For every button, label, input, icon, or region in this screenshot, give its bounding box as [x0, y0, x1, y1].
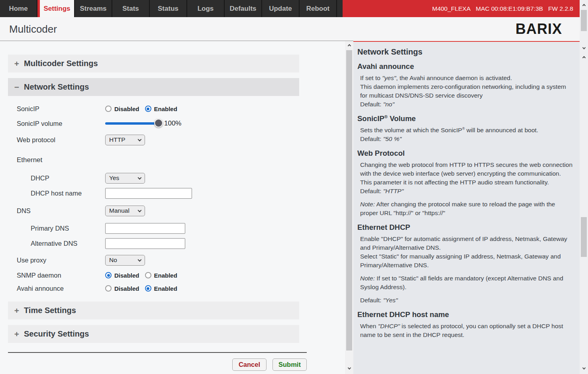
web-protocol-value: HTTP	[109, 136, 125, 143]
help-section-heading: Web Protocol	[357, 149, 573, 158]
primary-dns-label: Primary DNS	[31, 225, 105, 232]
sonicip-enabled-label: Enabled	[154, 106, 177, 112]
sonicip-disabled-radio[interactable]	[105, 106, 112, 112]
tab-stats[interactable]: Stats	[112, 0, 150, 17]
tab-status[interactable]: Status	[150, 0, 187, 17]
section-multicoder-settings[interactable]: + Multicoder Settings	[8, 55, 299, 72]
device-mac: MAC 00:08:E1:09:B7:3B	[476, 5, 543, 12]
snmp-enabled-radio[interactable]	[145, 272, 151, 278]
chevron-up-icon	[347, 44, 351, 47]
tab-settings[interactable]: Settings	[37, 0, 75, 17]
section-security-settings[interactable]: + Security Settings	[8, 325, 299, 343]
tab-defaults[interactable]: Defaults	[225, 0, 262, 17]
help-section-heading: Ethernet DHCP	[357, 223, 573, 232]
form-divider	[8, 352, 307, 353]
chevron-down-icon	[347, 366, 351, 369]
dns-value: Manual	[109, 207, 129, 214]
network-settings-form: SonicIP Disabled Enabled SonicIP volume …	[8, 103, 299, 294]
tab-reboot[interactable]: Reboot	[300, 0, 337, 17]
sonicip-enabled-radio[interactable]	[145, 106, 151, 112]
sonicip-radio-group: Disabled Enabled	[105, 106, 183, 112]
scrollbar-thumb[interactable]	[346, 50, 352, 351]
dhcp-value: Yes	[109, 174, 119, 182]
tab-home[interactable]: Home	[0, 0, 37, 17]
avahi-radio-group: Disabled Enabled	[105, 285, 183, 292]
sonicip-label: SonicIP	[17, 105, 105, 113]
help-scroll-down-button[interactable]	[580, 364, 588, 372]
section-label: Multicoder Settings	[24, 59, 98, 68]
help-paragraph: Default: "Yes"	[357, 296, 573, 305]
expand-icon: +	[14, 59, 20, 69]
scroll-down-button[interactable]	[345, 364, 353, 372]
scroll-up-button[interactable]	[345, 42, 353, 50]
chevron-down-icon	[138, 208, 142, 212]
page-header: Multicoder BARIX	[0, 17, 580, 41]
web-protocol-label: Web protocol	[17, 136, 105, 144]
page-scrollbar	[580, 0, 588, 374]
dns-select[interactable]: Manual	[105, 206, 145, 216]
dhcp-host-name-input[interactable]	[105, 188, 192, 199]
slider-track	[105, 122, 159, 125]
dhcp-host-name-row: DHCP host name	[8, 187, 299, 199]
page-title: Multicoder	[9, 23, 57, 35]
slider-thumb[interactable]	[154, 119, 163, 127]
submit-button[interactable]: Submit	[272, 358, 307, 371]
dhcp-host-name-label: DHCP host name	[31, 190, 105, 197]
section-time-settings[interactable]: + Time Settings	[8, 302, 299, 319]
cancel-button[interactable]: Cancel	[232, 358, 267, 371]
sonicip-row: SonicIP Disabled Enabled	[8, 103, 299, 115]
sonicip-volume-slider[interactable]	[105, 119, 159, 128]
main-content: + Multicoder Settings − Network Settings…	[0, 41, 345, 374]
section-network-settings[interactable]: − Network Settings	[8, 78, 299, 96]
use-proxy-row: Use proxy No	[8, 254, 299, 266]
section-label: Network Settings	[24, 82, 89, 92]
dhcp-select[interactable]: Yes	[105, 173, 145, 184]
tab-streams[interactable]: Streams	[75, 0, 112, 17]
snmp-disabled-radio[interactable]	[105, 272, 112, 278]
use-proxy-label: Use proxy	[17, 257, 105, 264]
alternative-dns-input[interactable]	[105, 238, 185, 249]
page-scroll-up-button[interactable]	[580, 2, 588, 10]
help-paragraph: If set to "yes", the Avahi announce daem…	[357, 74, 573, 109]
tab-logs[interactable]: Logs	[187, 0, 225, 17]
primary-dns-input[interactable]	[105, 223, 185, 234]
section-label: Time Settings	[24, 306, 76, 315]
tab-update[interactable]: Update	[262, 0, 300, 17]
use-proxy-select[interactable]: No	[105, 255, 145, 266]
snmp-disabled-label: Disabled	[114, 272, 139, 279]
device-firmware: FW 2.2.8	[548, 5, 573, 12]
sonicip-volume-label: SonicIP volume	[17, 120, 105, 127]
collapse-icon: −	[14, 82, 20, 92]
chevron-up-icon	[582, 4, 585, 7]
primary-dns-row: Primary DNS	[8, 222, 299, 234]
web-protocol-select[interactable]: HTTP	[105, 135, 145, 145]
help-paragraph: Changing the web protocol from HTTP to H…	[357, 161, 573, 196]
chevron-down-icon	[582, 366, 585, 369]
help-scrollbar-thumb[interactable]	[581, 217, 587, 257]
barix-logo: BARIX	[515, 21, 562, 37]
avahi-disabled-radio[interactable]	[105, 285, 112, 292]
top-navigation: Home Settings Streams Stats Status Logs …	[0, 0, 580, 17]
snmp-enabled-label: Enabled	[154, 272, 177, 279]
snmp-daemon-row: SNMP daemon Disabled Enabled	[8, 269, 299, 281]
help-paragraph: Enable "DHCP" for automatic assignment o…	[357, 235, 573, 270]
sonicip-disabled-label: Disabled	[114, 106, 139, 112]
help-title: Network Settings	[357, 47, 573, 57]
chevron-down-icon	[138, 137, 142, 141]
help-scroll-up-button[interactable]	[580, 54, 588, 62]
form-buttons: Cancel Submit	[8, 358, 307, 371]
avahi-announce-label: Avahi announce	[17, 285, 105, 292]
avahi-announce-row: Avahi announce Disabled Enabled	[8, 282, 299, 294]
dhcp-row: DHCP Yes	[8, 172, 299, 184]
page-scroll-down-button[interactable]	[580, 44, 588, 52]
avahi-disabled-label: Disabled	[114, 285, 139, 292]
device-info-bar: M400_FLEXA MAC 00:08:E1:09:B7:3B FW 2.2.…	[343, 0, 580, 17]
page-scrollbar-thumb[interactable]	[581, 10, 587, 31]
expand-icon: +	[14, 306, 20, 315]
expand-icon: +	[14, 329, 20, 339]
avahi-enabled-label: Enabled	[154, 285, 177, 292]
web-protocol-row: Web protocol HTTP	[8, 134, 299, 146]
avahi-enabled-radio[interactable]	[145, 285, 151, 292]
help-section-heading: SonicIP® Volume	[357, 114, 573, 123]
chevron-down-icon	[582, 46, 585, 49]
